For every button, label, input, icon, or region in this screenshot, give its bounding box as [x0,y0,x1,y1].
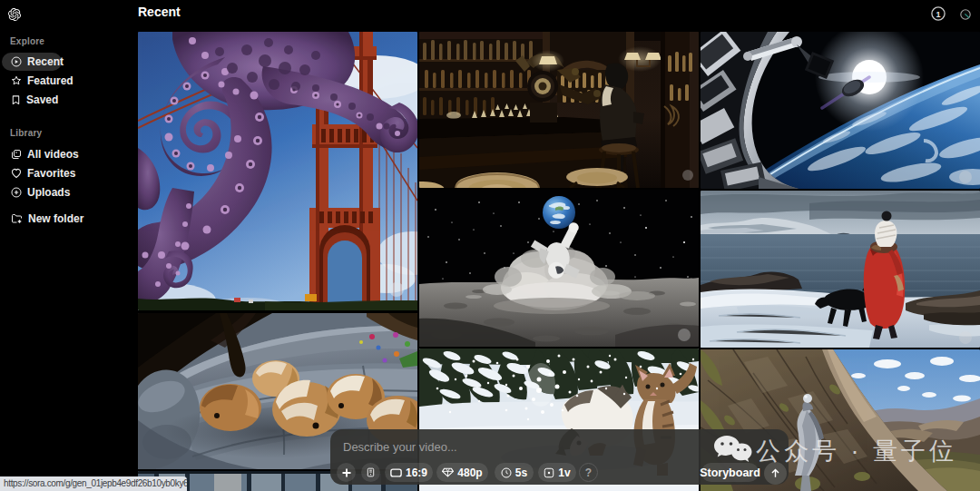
svg-text:1: 1 [936,10,940,19]
